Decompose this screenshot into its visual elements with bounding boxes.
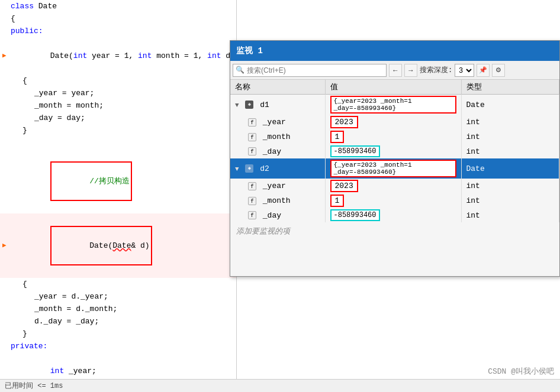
row-d2-year-type: int [461,179,559,193]
row-d1-month-type: int [461,129,559,144]
code-line-1: class Date [0,0,236,12]
table-row[interactable]: ▼ ◈ d1 {_year=2023 _month=1 _day=-858993… [230,95,559,115]
row-d2-month-value: 1 [325,193,461,208]
row-d2-value: {_year=2023 _month=1 _day=-858993460} [325,158,461,179]
col-name-header: 名称 [230,80,325,95]
code-line-16: d._day = _day; [0,315,236,328]
pin-button[interactable]: 📌 [477,64,490,77]
code-line-13: { [0,278,236,290]
code-editor: class Date { public: ▶ Date(int year = 1… [0,0,237,392]
code-line-14: _year = d._year; [0,290,236,303]
col-value-header: 值 [325,80,461,95]
row-d1-value: {_year=2023 _month=1 _day=-858993460} [325,95,461,115]
back-button[interactable]: ← [389,64,402,77]
code-line-5: { [0,74,236,87]
forward-button[interactable]: → [404,64,417,77]
row-d1-month-value: 1 [325,129,461,144]
field-icon: f [248,197,256,205]
code-line-17: } [0,328,236,340]
watch-toolbar: 🔍 ← → 搜索深度: 3 1 2 4 5 📌 ⚙ [230,61,559,80]
row-d2-year-value: 2023 [325,179,461,193]
code-line-10 [0,137,236,149]
table-row[interactable]: f _day -858993460 int [230,144,559,158]
code-line-7: _month = month; [0,99,236,112]
row-d1-year-name: f _year [230,115,325,129]
code-line-15: _month = d._month; [0,303,236,315]
code-line-12: ▶ Date(Date& d) [0,213,236,278]
table-header: 名称 值 类型 [230,80,559,95]
table-row[interactable]: f _day -858993460 int [230,208,559,222]
row-d1-year-type: int [461,115,559,129]
row-d1-type: Date [461,95,559,115]
field-icon: f [248,211,256,219]
obj-icon-d2: ◈ [245,164,253,173]
watch-panel-title: 监视 1 [236,46,263,56]
row-d1-year-value: 2023 [325,115,461,129]
field-icon: f [248,182,256,190]
code-line-9: } [0,124,236,137]
depth-select[interactable]: 3 1 2 4 5 [455,64,474,77]
code-line-3: public: [0,25,236,37]
row-d2-month-name: f _month [230,193,325,208]
add-watch-label[interactable]: 添加要监视的项 [230,222,559,240]
depth-label: 搜索深度: [420,65,452,75]
watch-panel: 监视 1 🔍 ← → 搜索深度: 3 1 2 4 5 📌 ⚙ 名称 值 类型 [230,40,560,277]
row-d1-day-type: int [461,144,559,158]
search-icon: 🔍 [236,66,244,74]
row-d1-day-value: -858993460 [325,144,461,158]
row-d2-day-type: int [461,208,559,222]
expand-icon-d2: ▼ [235,166,239,173]
code-line-11: //拷贝构造 [0,149,236,213]
table-row[interactable]: f _month 1 int [230,129,559,144]
obj-icon-d1: ◈ [245,101,253,109]
col-type-header: 类型 [461,80,559,95]
table-row[interactable]: f _year 2023 int [230,179,559,193]
search-box[interactable]: 🔍 [233,64,387,77]
row-d2-day-name: f _day [230,208,325,222]
row-d1-name: ▼ ◈ d1 [230,95,325,115]
watch-table: 名称 值 类型 ▼ ◈ d1 {_year=2023 _month=1 _day… [230,80,559,222]
field-icon: f [248,118,256,127]
row-d1-day-name: f _day [230,144,325,158]
table-row[interactable]: f _month 1 int [230,193,559,208]
search-input[interactable] [247,66,353,74]
status-bar: 已用时间 <= 1ms [0,379,560,392]
code-line-6: _year = year; [0,87,236,99]
row-d2-year-name: f _year [230,179,325,193]
status-time: 已用时间 <= 1ms [5,381,63,391]
field-icon: f [248,147,256,155]
code-line-18: private: [0,340,236,352]
expand-icon-d1: ▼ [235,102,239,109]
watermark: CSDN @叫我小侯吧 [488,366,554,377]
row-d1-month-name: f _month [230,129,325,144]
code-line-8: _day = day; [0,112,236,124]
field-icon: f [248,133,256,141]
row-d2-day-value: -858993460 [325,208,461,222]
settings-button[interactable]: ⚙ [492,64,505,77]
row-d2-type: Date [461,158,559,179]
table-row[interactable]: ▼ ◈ d2 {_year=2023 _month=1 _day=-858993… [230,158,559,179]
watch-title-bar: 监视 1 [230,41,559,61]
row-d2-name: ▼ ◈ d2 [230,158,325,179]
watch-content: 名称 值 类型 ▼ ◈ d1 {_year=2023 _month=1 _day… [230,80,559,276]
row-d2-month-type: int [461,193,559,208]
code-line-4: ▶ Date(int year = 1, int month = 1, int … [0,37,236,74]
table-row[interactable]: f _year 2023 int [230,115,559,129]
code-line-2: { [0,12,236,25]
